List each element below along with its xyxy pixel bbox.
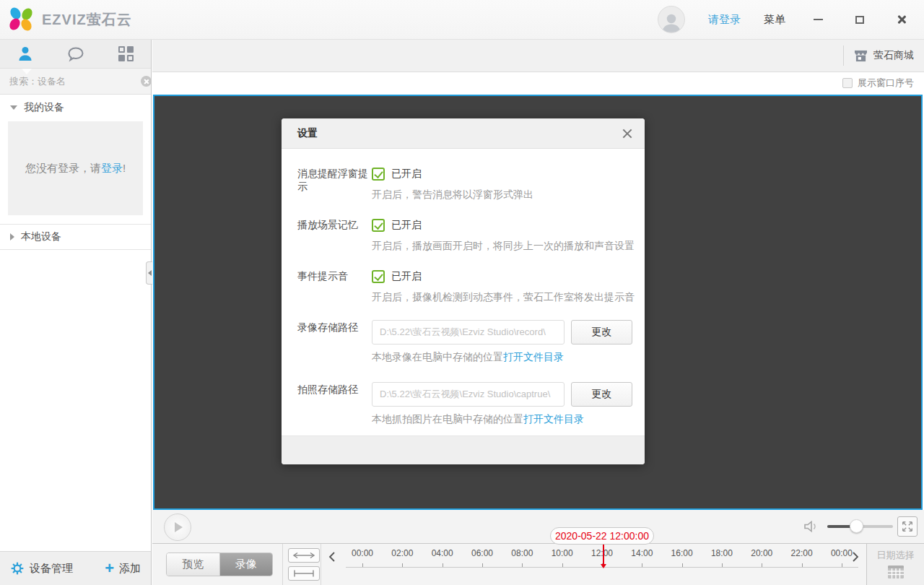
device-manage-button[interactable]: 设备管理: [10, 561, 73, 576]
compress-range-icon: [292, 570, 315, 577]
settings-dialog-header: 设置: [282, 118, 645, 149]
dialog-footer: [282, 436, 645, 464]
sidebar-footer: 设备管理 + 添加: [0, 551, 151, 585]
show-window-number-checkbox[interactable]: [842, 78, 853, 88]
open-capture-folder-link[interactable]: 打开文件目录: [523, 413, 584, 425]
titlebar: EZVIZ萤石云 请登录 菜单: [0, 0, 924, 40]
ezviz-app-window: EZVIZ萤石云 请登录 菜单: [0, 0, 924, 585]
capture-path-change-button[interactable]: 更改: [571, 382, 632, 407]
sidebar-item-local-devices[interactable]: 本地设备: [0, 224, 151, 250]
play-icon: [175, 522, 183, 532]
record-path-input[interactable]: [372, 320, 565, 344]
timeline-next-button[interactable]: [847, 547, 863, 566]
setting-row-record-path: 录像存储路径 更改 本地录像在电脑中存储的位置打开文件目录: [297, 320, 645, 364]
app-logo: EZVIZ萤石云: [10, 8, 132, 31]
setting-row-event-sound: 事件提示音 已开启 开启后，摄像机检测到动态事件，萤石工作室将发出提示音: [297, 269, 645, 304]
timeline-bar: 预览 录像 00:00 02:00 04:00: [152, 543, 924, 585]
sidebar-tabs: [0, 40, 151, 69]
ezviz-store-button[interactable]: 萤石商城: [843, 46, 924, 66]
avatar[interactable]: [658, 6, 685, 33]
setting-row-message-popup: 消息提醒浮窗提示 已开启 开启后，警告消息将以浮窗形式弹出: [297, 166, 645, 202]
chevron-left-icon: [328, 551, 336, 563]
chevron-right-icon: [10, 233, 14, 240]
playhead-timestamp: 2020-05-22 12:00:00: [550, 527, 654, 545]
volume-slider-thumb[interactable]: [850, 519, 863, 533]
login-notice-panel: 您没有登录，请登录!: [8, 121, 143, 215]
menu-button[interactable]: 菜单: [764, 13, 785, 27]
play-button[interactable]: [164, 514, 191, 541]
capture-path-input[interactable]: [372, 382, 565, 407]
active-tab-caret: [22, 69, 32, 74]
person-icon: [17, 46, 34, 63]
timeline-prev-button[interactable]: [324, 547, 340, 566]
login-notice: 您没有登录，请登录!: [25, 162, 126, 176]
tab-playback[interactable]: 录像: [220, 553, 273, 576]
calendar-icon[interactable]: [887, 565, 905, 579]
main-content: 萤石商城 展示窗口序号 设置 消息提醒浮窗提示: [152, 40, 924, 585]
grid-icon: [118, 46, 134, 61]
sidebar: 我的设备 您没有登录，请登录! 本地设备 设备管理: [0, 40, 152, 585]
show-window-number-label: 展示窗口序号: [858, 77, 914, 90]
ezviz-logo-icon: [10, 8, 33, 31]
tab-preview[interactable]: 预览: [167, 553, 220, 576]
setting-row-scene-memory: 播放场景记忆 已开启 开启后，播放画面开启时，将同步上一次的播放和声音设置: [297, 217, 645, 253]
maximize-button[interactable]: [850, 10, 869, 29]
collapse-arrow-icon: [148, 270, 152, 276]
view-mode-tabs: 预览 录像: [166, 552, 273, 576]
window-number-bar: 展示窗口序号: [152, 72, 924, 94]
clear-search-icon[interactable]: [141, 76, 152, 87]
chevron-down-icon: [10, 105, 17, 110]
timeline-zoom-out-button[interactable]: [288, 548, 320, 563]
message-popup-checkbox[interactable]: [372, 168, 385, 181]
sidebar-item-my-devices[interactable]: 我的设备: [0, 95, 151, 121]
maximize-icon: [855, 16, 864, 24]
store-icon: [854, 50, 868, 62]
app-title: EZVIZ萤石云: [42, 10, 132, 30]
video-display-area[interactable]: 设置 消息提醒浮窗提示 已开启 开启后，警告消息将以浮窗形式弹出: [153, 95, 923, 510]
sidebar-collapse-handle[interactable]: [146, 261, 152, 285]
tab-messages[interactable]: [51, 40, 101, 68]
timeline-playhead[interactable]: [603, 545, 604, 564]
fullscreen-button[interactable]: [897, 516, 918, 537]
expand-range-icon: [292, 552, 315, 559]
gear-icon: [10, 561, 25, 576]
minimize-button[interactable]: [808, 10, 827, 29]
settings-dialog: 设置 消息提醒浮窗提示 已开启 开启后，警告消息将以浮窗形式弹出: [282, 118, 645, 464]
date-select-label: 日期选择: [877, 549, 915, 562]
chat-bubble-icon: [66, 46, 85, 63]
minimize-icon: [814, 19, 823, 20]
setting-row-capture-path: 拍照存储路径 更改 本地抓拍图片在电脑中存储的位置打开文件目录: [297, 382, 645, 426]
timeline-zoom-in-button[interactable]: [288, 566, 320, 581]
playback-control-bar: 2020-05-22 12:00:00: [152, 510, 924, 543]
login-button[interactable]: 请登录: [708, 13, 741, 27]
close-button[interactable]: [892, 10, 911, 29]
tab-layout[interactable]: [100, 40, 151, 68]
person-silhouette-icon: [661, 12, 682, 32]
dialog-close-icon[interactable]: [622, 128, 633, 139]
add-device-button[interactable]: + 添加: [105, 560, 141, 576]
chevron-right-icon: [852, 551, 859, 563]
dialog-title: 设置: [297, 127, 318, 140]
event-sound-checkbox[interactable]: [372, 270, 385, 283]
login-notice-link[interactable]: 登录: [101, 162, 123, 174]
record-path-change-button[interactable]: 更改: [571, 320, 632, 344]
plus-icon: +: [105, 560, 114, 576]
fullscreen-icon: [901, 520, 914, 533]
store-toolbar: 萤石商城: [152, 40, 924, 72]
speaker-icon[interactable]: [803, 519, 819, 534]
close-icon: [897, 14, 907, 25]
date-select-panel: 日期选择: [866, 544, 924, 585]
scene-memory-checkbox[interactable]: [372, 219, 385, 232]
open-record-folder-link[interactable]: 打开文件目录: [503, 351, 564, 363]
tab-devices[interactable]: [0, 40, 51, 68]
